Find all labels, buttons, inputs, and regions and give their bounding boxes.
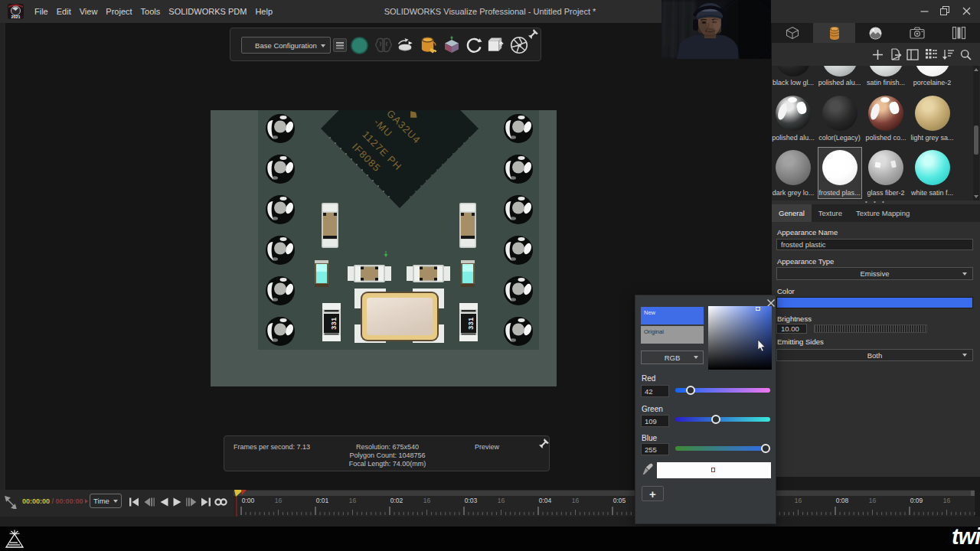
props-tab-texture[interactable]: Texture xyxy=(812,204,849,222)
snapshot-box-button[interactable] xyxy=(486,36,505,54)
capacitor-left xyxy=(322,203,338,248)
palette-tabs xyxy=(772,23,980,43)
add-appearance-button[interactable] xyxy=(868,45,887,64)
appearance-name-input[interactable]: frosted plastic xyxy=(776,239,973,250)
blue-channel-label: Blue xyxy=(642,434,657,442)
blue-slider[interactable] xyxy=(675,446,770,451)
app-icon-year: 2021 xyxy=(11,15,20,19)
tab-environments[interactable] xyxy=(855,23,897,43)
red-channel-label: Red xyxy=(642,374,655,383)
blue-slider-handle[interactable] xyxy=(761,444,770,453)
appearance-sphere xyxy=(868,150,903,185)
expand-timeline-icon[interactable] xyxy=(5,496,17,509)
configuration-list-button[interactable] xyxy=(333,38,347,52)
saturation-value-picker[interactable] xyxy=(708,306,772,370)
time-unit-dropdown[interactable]: Time xyxy=(90,494,122,508)
library-scrollbar[interactable] xyxy=(973,66,979,201)
playhead-flag[interactable] xyxy=(234,490,250,499)
sphere-reflection xyxy=(875,162,881,168)
polygon-count-stat: Polygon Count: 1048756 xyxy=(224,452,550,459)
turntable-icon xyxy=(396,37,414,54)
preview-mode-label: Preview xyxy=(475,443,499,451)
scroll-up-arrow[interactable] xyxy=(974,68,978,71)
original-color-swatch[interactable]: Original xyxy=(641,326,704,344)
current-time: 00:00:00 xyxy=(22,497,50,505)
emitting-sides-dropdown[interactable]: Both xyxy=(776,349,973,361)
menu-project[interactable]: Project xyxy=(106,0,132,23)
scroll-down-arrow[interactable] xyxy=(974,195,978,198)
emissive-color-swatch[interactable] xyxy=(776,297,973,308)
tab-appearances[interactable] xyxy=(813,23,854,43)
menu-file[interactable]: File xyxy=(34,0,48,23)
appearance-sphere xyxy=(776,150,811,185)
thumbnail-size-button[interactable] xyxy=(922,45,940,64)
minimize-button[interactable] xyxy=(914,0,934,21)
sphere-reflection xyxy=(869,103,881,121)
close-button[interactable] xyxy=(956,0,976,21)
menu-edit[interactable]: Edit xyxy=(57,0,71,23)
close-icon xyxy=(962,7,971,15)
tab-models[interactable] xyxy=(772,23,813,43)
pin-icon[interactable] xyxy=(537,438,550,450)
green-value-input[interactable]: 109 xyxy=(641,415,669,427)
eyedropper-icon[interactable] xyxy=(642,463,653,475)
ai-denoise-button[interactable] xyxy=(374,36,393,54)
timeline-ruler[interactable]: 0:00160:01160:02160:03160:04160:05160:06… xyxy=(234,490,980,517)
split-view-button[interactable] xyxy=(903,45,922,64)
green-slider-handle[interactable] xyxy=(711,415,720,424)
chevron-down-icon xyxy=(962,354,967,357)
appearance-name-label: satin finish... xyxy=(861,79,910,86)
infinity-loop-icon xyxy=(214,497,227,507)
simulation-button[interactable] xyxy=(443,36,461,54)
appearance-sphere xyxy=(915,96,950,131)
fast-mode-button[interactable] xyxy=(350,36,368,54)
skip-end-icon xyxy=(201,497,211,507)
play-forward-button[interactable] xyxy=(170,496,184,507)
play-backward-button[interactable] xyxy=(157,496,171,507)
tab-cameras[interactable] xyxy=(897,23,938,43)
red-slider[interactable] xyxy=(675,388,770,393)
red-value-input[interactable]: 42 xyxy=(641,385,669,397)
add-swatch-button[interactable]: + xyxy=(642,486,664,501)
menu-solidworks-pdm[interactable]: SOLIDWORKS PDM xyxy=(168,0,247,23)
pcb-render-image[interactable]: 331 xyxy=(211,110,557,386)
green-slider[interactable] xyxy=(675,417,770,422)
restore-button[interactable] xyxy=(935,0,955,21)
reset-view-button[interactable] xyxy=(465,36,483,54)
pin-icon[interactable] xyxy=(527,28,539,41)
play-backward-icon xyxy=(160,497,168,507)
brightness-input[interactable]: 10.00 xyxy=(776,324,807,334)
search-button[interactable] xyxy=(956,45,975,64)
step-forward-button[interactable] xyxy=(184,496,198,507)
skip-to-start-button[interactable] xyxy=(127,496,141,507)
custom-swatches-bar[interactable] xyxy=(657,462,771,478)
paint-bucket-icon xyxy=(419,36,437,54)
loop-button[interactable] xyxy=(214,496,227,507)
skip-to-end-button[interactable] xyxy=(199,496,213,507)
brightness-slider[interactable] xyxy=(814,324,927,333)
props-tab-general[interactable]: General xyxy=(772,204,812,222)
mouse-cursor xyxy=(757,340,766,352)
configuration-dropdown[interactable]: Base Configuration xyxy=(241,37,331,54)
menu-tools[interactable]: Tools xyxy=(141,0,161,23)
sort-button[interactable] xyxy=(939,45,957,64)
blue-value-input[interactable]: 255 xyxy=(641,443,669,455)
library-toolbar xyxy=(772,43,980,66)
menu-bar: 2021 FileEditViewProjectToolsSOLIDWORKS … xyxy=(0,0,980,23)
ruler-second-label: 0:04 xyxy=(539,497,552,504)
step-back-button[interactable] xyxy=(142,496,156,507)
camera-aperture-button[interactable] xyxy=(510,36,528,54)
tab-layers[interactable] xyxy=(939,23,980,43)
turntable-button[interactable] xyxy=(396,36,414,54)
props-tab-texture-mapping[interactable]: Texture Mapping xyxy=(849,204,916,222)
color-mode-dropdown[interactable]: RGB xyxy=(641,350,704,364)
capacitor-right xyxy=(459,203,476,248)
scrollbar-thumb[interactable] xyxy=(974,126,978,155)
left-edge-strip xyxy=(0,23,5,490)
menu-help[interactable]: Help xyxy=(255,0,273,23)
red-slider-handle[interactable] xyxy=(686,386,695,395)
appearance-type-dropdown[interactable]: Emissive xyxy=(776,267,973,280)
import-appearance-button[interactable] xyxy=(887,45,905,64)
menu-view[interactable]: View xyxy=(80,0,98,23)
paint-fill-button[interactable] xyxy=(419,36,437,54)
